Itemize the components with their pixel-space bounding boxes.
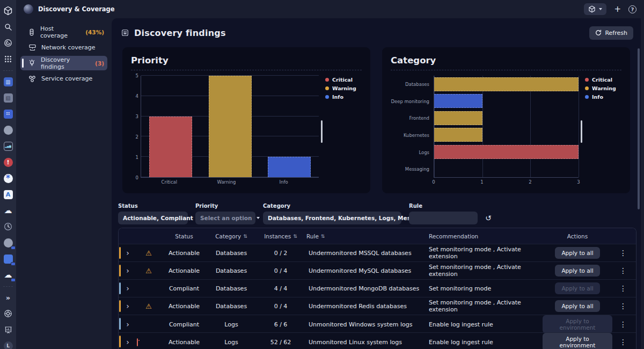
instances-cell: 0 / 4 <box>255 303 306 310</box>
user-avatar[interactable]: L <box>2 340 14 349</box>
synthetic-clock-icon[interactable] <box>2 221 14 232</box>
problems-app-icon[interactable]: ! <box>2 156 14 168</box>
row-menu-icon[interactable]: ⋮ <box>612 284 634 293</box>
column-header-rule[interactable]: Rule⇅ <box>306 233 423 239</box>
status-accent-bar <box>119 282 121 294</box>
recommendation-cell[interactable]: Set monitoring mode <box>423 285 543 292</box>
x-tick-label: 3 <box>577 179 580 185</box>
bar-warning[interactable] <box>209 76 252 177</box>
severity-cell <box>137 339 160 346</box>
sidebar-item-label: Discovery findings <box>41 56 85 70</box>
status-select[interactable]: Actionable, Compliant <box>118 212 188 224</box>
findings-icon <box>121 29 129 37</box>
library-app-icon[interactable]: ▥ <box>2 76 14 88</box>
reset-filters-icon[interactable]: ↺ <box>485 214 492 224</box>
chart-scrollbar[interactable] <box>321 120 323 143</box>
insights-icon[interactable] <box>2 324 14 336</box>
selected-indicator <box>22 59 24 68</box>
recommendation-cell[interactable]: Set monitoring mode , Activate extension <box>423 264 543 278</box>
help-hub-icon[interactable] <box>2 308 14 319</box>
bar-critical[interactable] <box>149 117 192 177</box>
warning-icon: ⚠ <box>137 302 160 310</box>
sort-icon[interactable]: ⇅ <box>243 234 247 239</box>
kubernetes-app-icon[interactable]: * <box>2 172 14 184</box>
media-chart-app-icon[interactable]: ▧ <box>2 92 14 104</box>
dynatrace-logo-icon[interactable] <box>2 5 14 17</box>
legend-label: Critical <box>592 77 612 83</box>
box-badge-app-icon[interactable] <box>2 253 14 265</box>
apps-grid-icon[interactable] <box>2 53 14 65</box>
expand-row-icon[interactable]: › <box>119 249 137 257</box>
row-menu-icon[interactable]: ⋮ <box>612 249 634 257</box>
sidebar-item-network-coverage[interactable]: Network coverage <box>20 40 107 55</box>
recommendation-cell[interactable]: Enable log ingest rule <box>423 321 543 328</box>
recommendation-cell[interactable]: Enable log ingest rule <box>423 339 543 346</box>
add-button[interactable]: + <box>614 5 621 13</box>
globe-badge-app-icon[interactable] <box>2 237 14 249</box>
legend-item-critical[interactable]: Critical <box>325 77 362 83</box>
recommendation-cell[interactable]: Set monitoring mode , Activate extension <box>423 246 543 260</box>
column-header-instances[interactable]: Instances⇅ <box>255 233 306 239</box>
table-body: ›⚠ActionableDatabases0 / 2Undermonitored… <box>119 244 636 349</box>
recommendation-cell[interactable]: Set monitoring mode , Activate extension <box>423 299 543 313</box>
expand-row-icon[interactable]: › <box>119 338 137 346</box>
category-select[interactable]: Databases, Frontend, Kubernetes, Logs, M… <box>263 212 401 224</box>
row-menu-icon[interactable]: ⋮ <box>612 320 634 329</box>
legend-item-warning[interactable]: Warning <box>325 85 362 91</box>
filter-label: Category <box>263 203 401 209</box>
main-scrollbar[interactable] <box>638 48 640 209</box>
priority-select[interactable]: Select an option <box>195 212 255 224</box>
grid-app-icon[interactable]: ∷ <box>2 108 14 120</box>
sort-icon[interactable]: ⇅ <box>293 234 297 239</box>
filter-label: Rule <box>409 203 478 209</box>
legend-item-info[interactable]: Info <box>585 94 621 100</box>
table-row: ›CompliantLogs6 / 6Unmonitored Windows s… <box>119 315 636 332</box>
cloud-badge-app-icon[interactable]: ☁ <box>2 269 14 281</box>
bar-frontend[interactable] <box>434 111 482 125</box>
sort-icon[interactable]: ⇅ <box>321 234 325 239</box>
clouds-app-icon[interactable]: ☁ <box>2 205 14 216</box>
bar-databases[interactable] <box>434 77 579 91</box>
chart-scrollbar[interactable] <box>581 120 582 143</box>
row-action-button[interactable]: Apply to all <box>555 300 599 312</box>
legend-item-critical[interactable]: Critical <box>585 77 621 83</box>
row-action-button[interactable]: Apply to all <box>555 247 599 259</box>
rule-input[interactable] <box>414 214 473 222</box>
priority-chart: 012345CriticalWarningInfo <box>131 76 362 178</box>
row-menu-icon[interactable]: ⋮ <box>612 338 634 346</box>
host-icon <box>28 28 35 36</box>
row-menu-icon[interactable]: ⋮ <box>612 302 634 310</box>
table-row: ›ActionableLogs52 / 62Unmonitored Linux … <box>119 332 636 349</box>
category-chart-card: CategoryDatabasesDeep monitoringFrontend… <box>382 47 630 193</box>
bar-deep-monitoring[interactable] <box>434 94 482 108</box>
help-icon[interactable]: ? <box>628 5 636 13</box>
globe-app-icon[interactable] <box>2 124 14 136</box>
bar-logs[interactable] <box>434 145 579 159</box>
legend-item-info[interactable]: Info <box>325 94 362 100</box>
sidebar-item-service-coverage[interactable]: Service coverage <box>20 71 107 86</box>
page-header: Discovery findings Refresh <box>121 23 633 43</box>
expand-rail-icon[interactable]: » <box>2 292 14 303</box>
expand-row-icon[interactable]: › <box>119 321 137 328</box>
row-action-button[interactable]: Apply to all <box>555 265 599 277</box>
grid-app-icon-glyph: ∷ <box>4 110 13 119</box>
bar-kubernetes[interactable] <box>434 128 482 142</box>
monitor-chart-app-icon[interactable]: ▂▄▆ <box>2 140 14 152</box>
legend-item-warning[interactable]: Warning <box>585 85 621 91</box>
sidebar-item-host-coverage[interactable]: Host coverage(43%) <box>20 25 107 39</box>
expand-row-icon[interactable]: › <box>119 267 137 274</box>
azure-app-icon[interactable]: A <box>2 188 14 200</box>
row-action-button[interactable]: Apply to environment <box>543 333 612 349</box>
legend-dot-icon <box>325 78 329 82</box>
environment-switcher[interactable] <box>584 3 606 15</box>
expand-row-icon[interactable]: › <box>119 285 137 292</box>
search-icon[interactable] <box>2 21 14 33</box>
sidebar-item-discovery-findings[interactable]: Discovery findings(3) <box>20 56 107 70</box>
refresh-button[interactable]: Refresh <box>589 26 633 40</box>
row-menu-icon[interactable]: ⋮ <box>612 266 634 275</box>
action-cell: Apply to all <box>543 300 612 312</box>
expand-row-icon[interactable]: › <box>119 302 137 310</box>
bar-info[interactable] <box>268 157 311 177</box>
column-header-category[interactable]: Category⇅ <box>208 233 255 239</box>
copilot-icon[interactable] <box>2 37 14 49</box>
